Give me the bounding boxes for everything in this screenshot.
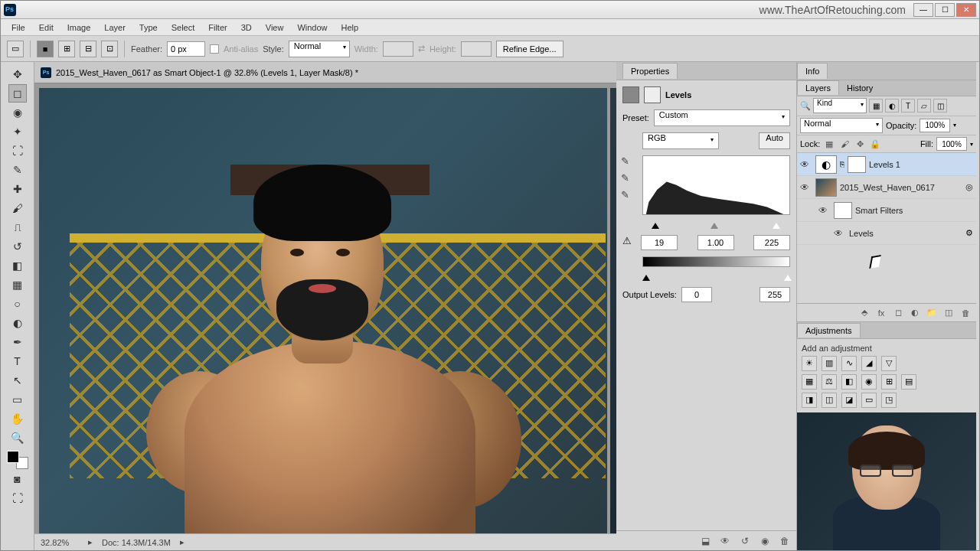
stamp-tool-icon[interactable]: ⎍ [8, 218, 27, 236]
threshold-icon[interactable]: ◪ [841, 393, 857, 408]
pen-tool-icon[interactable]: ✒ [8, 333, 27, 351]
filter-smart-icon[interactable]: ◫ [933, 99, 947, 112]
fill-input[interactable] [936, 137, 967, 151]
img-thumb[interactable] [815, 178, 837, 197]
menu-file[interactable]: File [5, 21, 31, 34]
new-layer-icon[interactable]: ◫ [942, 307, 955, 319]
adjustments-tab[interactable]: Adjustments [797, 322, 976, 339]
color-swatch[interactable] [7, 451, 28, 469]
layer-name[interactable]: Levels 1 [869, 160, 973, 169]
link-layers-icon[interactable]: ⬘ [858, 307, 871, 319]
layer-smartobj[interactable]: 👁 2015_West_Haven_0617 ◎ [797, 176, 976, 199]
exposure-icon[interactable]: ◢ [861, 356, 877, 371]
wand-tool-icon[interactable]: ✦ [8, 122, 27, 141]
new-selection-icon[interactable]: ■ [37, 41, 54, 57]
new-group-icon[interactable]: 📁 [926, 307, 938, 319]
view-previous-icon[interactable]: 👁 [718, 535, 732, 547]
menu-3d[interactable]: 3D [235, 21, 258, 34]
eyedropper-tool-icon[interactable]: ✎ [8, 161, 27, 179]
add-selection-icon[interactable]: ⊞ [58, 41, 75, 57]
visibility-icon[interactable]: 👁 [800, 159, 812, 170]
refine-edge-button[interactable]: Refine Edge... [496, 41, 564, 57]
brush-tool-icon[interactable]: 🖌 [8, 199, 27, 217]
move-tool-icon[interactable]: ✥ [8, 65, 27, 83]
output-gradient[interactable] [642, 256, 790, 267]
history-tab[interactable]: History [839, 81, 880, 95]
selective-icon[interactable]: ◳ [881, 393, 897, 408]
visibility-icon[interactable]: 👁 [818, 205, 831, 216]
heal-tool-icon[interactable]: ✚ [8, 180, 27, 198]
blur-tool-icon[interactable]: ○ [8, 295, 27, 313]
filter-pixel-icon[interactable]: ▦ [869, 99, 883, 112]
white-eyedropper-icon[interactable]: ✎ [621, 189, 635, 203]
input-black[interactable] [641, 235, 678, 250]
status-caret-icon[interactable]: ▸ [180, 537, 185, 547]
input-slider[interactable] [642, 221, 790, 229]
lookup-icon[interactable]: ▤ [901, 374, 916, 390]
menu-view[interactable]: View [260, 21, 290, 34]
subtract-selection-icon[interactable]: ⊟ [80, 41, 96, 57]
channel-select[interactable]: RGB [642, 132, 719, 149]
canvas-area[interactable] [34, 83, 616, 533]
clip-layer-icon[interactable]: ⬓ [698, 535, 712, 547]
vibrance-icon[interactable]: ▽ [881, 356, 897, 371]
colbal-icon[interactable]: ⚖ [822, 374, 837, 390]
zoom-tool-icon[interactable]: 🔍 [8, 429, 27, 447]
levels-icon[interactable]: ▥ [822, 356, 837, 371]
gray-eyedropper-icon[interactable]: ✎ [621, 172, 635, 186]
zoom-level[interactable]: 32.82% [41, 538, 79, 547]
filter-adj-icon[interactable]: ◐ [885, 99, 899, 112]
filter-type-icon[interactable]: T [901, 99, 915, 112]
shape-tool-icon[interactable]: ▭ [8, 390, 27, 409]
menu-image[interactable]: Image [61, 21, 97, 34]
bw-icon[interactable]: ◧ [841, 374, 857, 390]
gradmap-icon[interactable]: ▭ [861, 393, 877, 408]
blend-mode-select[interactable]: Normal [800, 118, 883, 133]
menu-type[interactable]: Type [133, 21, 164, 34]
reset-icon[interactable]: ↺ [738, 535, 752, 547]
hue-icon[interactable]: ▦ [802, 374, 817, 390]
mask-thumb[interactable] [848, 156, 866, 173]
menu-select[interactable]: Select [165, 21, 201, 34]
input-mid[interactable] [697, 235, 734, 250]
layers-tab[interactable]: Layers [797, 80, 839, 95]
feather-input[interactable] [167, 41, 205, 57]
toggle-visibility-icon[interactable]: ◉ [758, 535, 772, 547]
posterize-icon[interactable]: ◫ [822, 393, 837, 408]
tool-preset-icon[interactable]: ▭ [7, 41, 24, 57]
mask-icon[interactable] [644, 86, 661, 103]
layer-name[interactable]: 2015_West_Haven_0617 [840, 183, 962, 192]
input-white[interactable] [753, 235, 790, 250]
delete-layer-icon[interactable]: 🗑 [959, 307, 972, 319]
layer-name[interactable]: Levels [849, 229, 962, 238]
menu-edit[interactable]: Edit [33, 21, 60, 34]
filter-settings-icon[interactable]: ⚙ [965, 228, 973, 238]
eraser-tool-icon[interactable]: ◧ [8, 256, 27, 275]
style-select[interactable]: Normal [289, 41, 350, 57]
menu-window[interactable]: Window [291, 21, 333, 34]
menu-layer[interactable]: Layer [98, 21, 132, 34]
layer-levels1[interactable]: 👁 ◐ ⎘ Levels 1 [797, 153, 976, 176]
filter-shape-icon[interactable]: ▱ [917, 99, 931, 112]
output-white[interactable] [760, 287, 790, 302]
filter-kind-select[interactable]: Kind [813, 98, 867, 113]
crop-tool-icon[interactable]: ⛶ [8, 142, 27, 160]
minimize-button[interactable]: — [913, 3, 933, 17]
auto-button[interactable]: Auto [759, 132, 790, 149]
opacity-input[interactable] [920, 119, 950, 132]
lock-all-icon[interactable]: 🔒 [869, 138, 881, 150]
photo-filter-icon[interactable]: ◉ [861, 374, 877, 390]
output-black[interactable] [681, 287, 712, 302]
visibility-icon[interactable]: 👁 [800, 182, 812, 193]
delete-adj-icon[interactable]: 🗑 [778, 535, 792, 547]
document-tab[interactable]: Ps 2015_West_Haven_0617 as Smart Object-… [34, 62, 616, 83]
maximize-button[interactable]: ☐ [935, 3, 955, 17]
layer-filter-levels[interactable]: 👁 Levels ⚙ [797, 222, 976, 245]
menu-filter[interactable]: Filter [202, 21, 233, 34]
dodge-tool-icon[interactable]: ◐ [8, 314, 27, 332]
lock-position-icon[interactable]: ✥ [854, 138, 866, 150]
output-slider[interactable] [642, 273, 790, 281]
antialias-checkbox[interactable] [210, 44, 219, 54]
add-mask-icon[interactable]: ◻ [892, 307, 904, 319]
invert-icon[interactable]: ◨ [802, 393, 817, 408]
